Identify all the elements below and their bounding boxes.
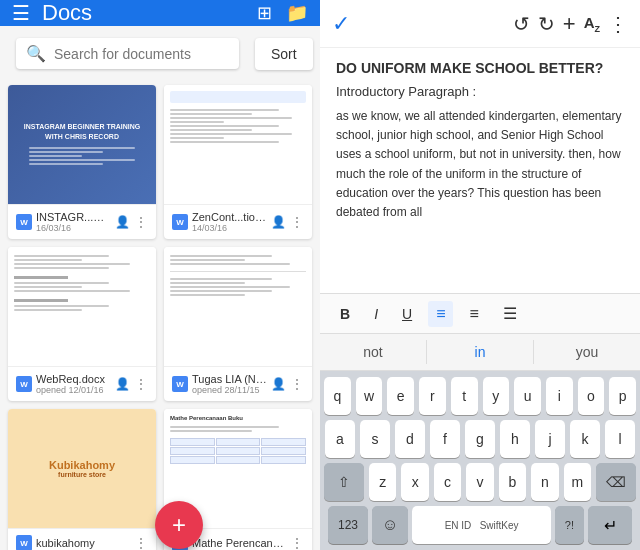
left-panel: ☰ Docs ⊞ 📁 🔍 Sort INSTAGRAM BEGINNER TRA…: [0, 0, 320, 550]
doc-body[interactable]: as we know, we all attended kindergarten…: [336, 107, 624, 222]
doc-footer: W WebReq.docx opened 12/01/16 👤 ⋮: [8, 367, 156, 401]
key-u[interactable]: u: [514, 377, 541, 415]
key-p[interactable]: p: [609, 377, 636, 415]
shift-key[interactable]: ⇧: [324, 463, 364, 501]
doc-info: Tugas LIA (NEWW opened 28/11/15: [192, 373, 267, 395]
sort-button[interactable]: Sort: [255, 38, 313, 70]
add-icon[interactable]: +: [563, 11, 576, 37]
align-left-button[interactable]: ≡: [461, 301, 486, 327]
key-b[interactable]: b: [499, 463, 526, 501]
blank-lines: [170, 424, 306, 434]
key-a[interactable]: a: [325, 420, 355, 458]
bold-button[interactable]: B: [332, 302, 358, 326]
key-i[interactable]: i: [546, 377, 573, 415]
list-item[interactable]: Kubikahomy furniture store W kubikahomy …: [8, 409, 156, 550]
list-button[interactable]: ☰: [495, 300, 525, 327]
key-x[interactable]: x: [401, 463, 428, 501]
grid-view-icon[interactable]: ⊞: [257, 2, 272, 24]
search-input[interactable]: [54, 46, 229, 62]
format-bar: B I U ≡ ≡ ☰: [320, 293, 640, 334]
doc-footer: W ZenCont...tion Guide 14/03/16 👤 ⋮: [164, 205, 312, 239]
key-l[interactable]: l: [605, 420, 635, 458]
key-c[interactable]: c: [434, 463, 461, 501]
suggestion-in[interactable]: in: [427, 340, 534, 364]
fab-button[interactable]: +: [155, 501, 203, 549]
list-item[interactable]: W ZenCont...tion Guide 14/03/16 👤 ⋮: [164, 85, 312, 239]
format-text-icon[interactable]: AZ: [584, 14, 600, 34]
hamburger-icon[interactable]: ☰: [12, 1, 30, 25]
underline-button[interactable]: U: [394, 302, 420, 326]
doc-type-icon: W: [16, 376, 32, 392]
doc-footer: W Tugas LIA (NEWW opened 28/11/15 👤 ⋮: [164, 367, 312, 401]
doc-name: WebReq.docx: [36, 373, 111, 385]
suggestion-not[interactable]: not: [320, 340, 427, 364]
enter-key[interactable]: ↵: [588, 506, 632, 544]
more-options-icon[interactable]: ⋮: [134, 535, 148, 550]
key-d[interactable]: d: [395, 420, 425, 458]
key-f[interactable]: f: [430, 420, 460, 458]
align-center-button[interactable]: ≡: [428, 301, 453, 327]
key-y[interactable]: y: [483, 377, 510, 415]
doc-type-icon: W: [172, 214, 188, 230]
suggestion-you[interactable]: you: [534, 340, 640, 364]
folder-icon[interactable]: 📁: [286, 2, 308, 24]
key-h[interactable]: h: [500, 420, 530, 458]
right-panel: ✓ ↺ ↻ + AZ ⋮ DO UNIFORM MAKE SCHOOL BETT…: [320, 0, 640, 550]
italic-button[interactable]: I: [366, 302, 386, 326]
key-e[interactable]: e: [387, 377, 414, 415]
numbers-key[interactable]: 123: [328, 506, 368, 544]
table-cell: [170, 447, 215, 455]
key-k[interactable]: k: [570, 420, 600, 458]
list-item[interactable]: W Tugas LIA (NEWW opened 28/11/15 👤 ⋮: [164, 247, 312, 401]
more-options-icon[interactable]: ⋮: [290, 376, 304, 392]
more-options-icon[interactable]: ⋮: [134, 214, 148, 230]
doc-info: WebReq.docx opened 12/01/16: [36, 373, 111, 395]
punctuation-key[interactable]: ?!: [555, 506, 584, 544]
key-w[interactable]: w: [356, 377, 383, 415]
thumb-line: [29, 163, 103, 165]
key-s[interactable]: s: [360, 420, 390, 458]
wr-line: [14, 255, 109, 257]
thumb-line: [29, 159, 135, 161]
more-options-icon[interactable]: ⋮: [290, 535, 304, 550]
tl-line: [170, 255, 272, 257]
key-r[interactable]: r: [419, 377, 446, 415]
doc-name: INSTAGR...RECORD: [36, 211, 111, 223]
doc-thumbnail: Kubikahomy furniture store: [8, 409, 156, 529]
more-options-icon[interactable]: ⋮: [134, 376, 148, 392]
zen-line: [170, 117, 292, 119]
kubika-content: Kubikahomy furniture store: [49, 459, 115, 478]
key-v[interactable]: v: [466, 463, 493, 501]
doc-date: 14/03/16: [192, 223, 267, 233]
more-options-icon[interactable]: ⋮: [608, 12, 628, 36]
key-q[interactable]: q: [324, 377, 351, 415]
more-options-icon[interactable]: ⋮: [290, 214, 304, 230]
zen-line: [170, 137, 224, 139]
check-icon[interactable]: ✓: [332, 11, 350, 37]
key-m[interactable]: m: [564, 463, 591, 501]
key-o[interactable]: o: [578, 377, 605, 415]
doc-type-icon: W: [16, 535, 32, 550]
search-bar[interactable]: 🔍: [16, 38, 239, 69]
doc-footer: W kubikahomy ⋮: [8, 529, 156, 550]
wr-section: [14, 299, 150, 313]
doc-type-icon: W: [16, 214, 32, 230]
doc-thumbnail: [8, 247, 156, 367]
key-z[interactable]: z: [369, 463, 396, 501]
backspace-key[interactable]: ⌫: [596, 463, 636, 501]
redo-icon[interactable]: ↻: [538, 12, 555, 36]
key-t[interactable]: t: [451, 377, 478, 415]
undo-icon[interactable]: ↺: [513, 12, 530, 36]
key-g[interactable]: g: [465, 420, 495, 458]
key-n[interactable]: n: [531, 463, 558, 501]
list-item[interactable]: INSTAGRAM BEGINNER TRAININGWITH CHRIS RE…: [8, 85, 156, 239]
key-j[interactable]: j: [535, 420, 565, 458]
emoji-key[interactable]: ☺: [372, 506, 408, 544]
wr-line: [14, 282, 109, 284]
spacebar[interactable]: EN ID SwiftKey: [412, 506, 550, 544]
doc-title: DO UNIFORM MAKE SCHOOL BETTER?: [336, 60, 624, 76]
zen-lines: [170, 107, 306, 145]
wr-line: [14, 305, 109, 307]
list-item[interactable]: W WebReq.docx opened 12/01/16 👤 ⋮: [8, 247, 156, 401]
person-icon: 👤: [271, 215, 286, 229]
